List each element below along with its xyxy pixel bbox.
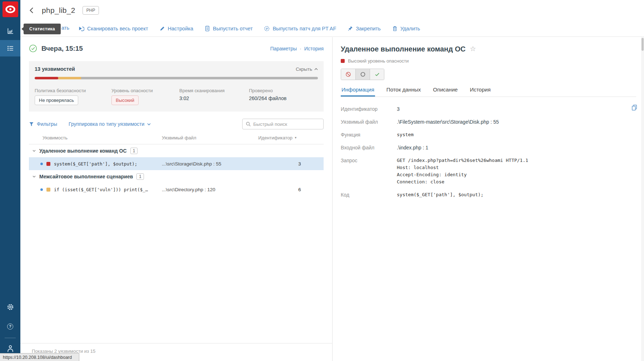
statistics-chart-icon <box>7 28 14 35</box>
reject-button[interactable] <box>341 69 355 80</box>
stat-files-checked: Проверено 260/264 файлов <box>249 88 318 105</box>
field-label: Входной файл <box>341 144 397 151</box>
back-button[interactable] <box>26 5 37 16</box>
scan-whole-project-button[interactable]: Сканировать весь проект <box>79 26 148 31</box>
field-value: 3 <box>397 105 636 113</box>
app-logo[interactable] <box>3 1 18 17</box>
status-url-bar: https://10.20.208.108/ui/dashboard <box>0 353 79 361</box>
sidebar-item-help[interactable]: ? <box>0 318 20 335</box>
field-request: Запрос GET /index.php?path=dir%26set%26w… <box>341 157 636 186</box>
star-favorite-icon[interactable]: ☆ <box>470 45 476 53</box>
chevron-down-icon <box>33 175 36 178</box>
progress-medium-segment <box>58 77 81 79</box>
scan-button-partial[interactable]: ать <box>61 25 69 31</box>
vulnerability-title: Удаленное выполнение команд ОС <box>341 44 465 54</box>
copy-button[interactable] <box>631 104 638 111</box>
policy-status-badge: Не проверялась <box>35 95 78 105</box>
link-separator: · <box>300 46 301 51</box>
funnel-icon <box>29 122 34 127</box>
grouping-label: Группировка по типу уязвимости <box>69 121 144 127</box>
field-label: Код <box>341 191 397 198</box>
severity-medium-icon <box>46 188 50 192</box>
details-panel: Удаленное выполнение команд ОС ☆ Высокий… <box>333 37 644 361</box>
tab-description[interactable]: Описание <box>432 86 458 97</box>
sidebar-item-scan-results[interactable] <box>0 40 20 56</box>
stat-label: Проверено <box>249 88 318 93</box>
toolbar-item-label: Удалить <box>400 26 420 31</box>
group-count-badge: 1 <box>136 173 144 180</box>
field-value: system <box>397 131 636 138</box>
chevron-down-icon <box>33 150 36 152</box>
files-checked-value: 260/264 файлов <box>249 95 318 101</box>
scan-summary-card: 13 уязвимостей Скрыть Политика безопасно… <box>29 61 324 112</box>
hide-summary-button[interactable]: Скрыть <box>296 66 318 72</box>
scrollbar-track[interactable] <box>641 37 644 361</box>
statistics-tooltip: Статистика <box>24 24 61 34</box>
history-link[interactable]: История <box>304 46 324 51</box>
group-count-badge: 1 <box>130 148 138 154</box>
question-icon: ? <box>7 323 13 330</box>
stat-scan-time: Время сканирования 3:02 <box>179 88 249 105</box>
tab-data-flow[interactable]: Поток данных <box>386 86 422 97</box>
sidebar-item-statistics[interactable] <box>0 23 20 39</box>
column-identifier-sort[interactable]: Идентификатор ▼ <box>258 135 324 140</box>
prohibition-icon <box>345 71 351 77</box>
toolbar-item-label: Закрепить <box>356 26 380 31</box>
toolbar-item-label: Сканировать весь проект <box>87 26 148 31</box>
severity-text: Высокий уровень опасности <box>348 58 409 64</box>
unconfirmed-button[interactable] <box>355 69 370 80</box>
confirm-button[interactable] <box>370 69 384 80</box>
parameters-link[interactable]: Параметры <box>270 46 297 51</box>
vulnerable-code: system($_GET['path'], $output); <box>54 161 137 167</box>
triage-button-group <box>341 69 384 80</box>
filters-button[interactable]: Фильтры <box>29 121 57 127</box>
field-identifier: Идентификатор 3 <box>341 105 636 113</box>
toolbar-item-label: Выпустить патч для PT AF <box>273 26 336 31</box>
vulnerable-file: ...\src\Storage\Disk.php : 55 <box>162 161 258 167</box>
sidebar-divider <box>5 338 16 338</box>
vulnerability-id: 3 <box>258 161 324 167</box>
group-row-rce[interactable]: Удаленное выполнение команд ОС 1 <box>29 144 324 157</box>
generate-patch-button[interactable]: Выпустить патч для PT AF <box>264 26 336 31</box>
sidebar-item-settings[interactable] <box>0 299 20 315</box>
column-file: Уязвимый файл <box>162 135 258 140</box>
circle-icon <box>360 71 366 77</box>
chevron-up-icon <box>314 68 318 70</box>
grouping-dropdown[interactable]: Группировка по типу уязвимости <box>69 121 151 127</box>
field-label: Запрос <box>341 157 397 186</box>
tab-information[interactable]: Информация <box>341 86 375 97</box>
configure-button[interactable]: Настройка <box>160 26 193 31</box>
gear-icon <box>6 303 14 311</box>
pin-button[interactable]: Закрепить <box>348 26 380 31</box>
scan-time-value: 3:02 <box>179 95 249 101</box>
severity-progress-bar <box>35 77 318 79</box>
stat-label: Уровень опасности <box>111 88 179 93</box>
vulnerability-row-xss[interactable]: if (isset($_GET['vuln'])) print($_… ...\… <box>29 183 324 196</box>
filters-label: Фильтры <box>37 121 57 127</box>
details-tabs: Информация Поток данных Описание История <box>341 86 636 97</box>
toolbar-item-label: Настройка <box>168 26 193 31</box>
eye-logo-icon <box>5 5 16 14</box>
vulnerability-row-rce[interactable]: system($_GET['path'], $output); ...\src\… <box>29 157 324 170</box>
group-row-xss[interactable]: Межсайтовое выполнение сценариев 1 <box>29 170 324 183</box>
field-label: Идентификатор <box>341 105 397 113</box>
stat-label: Политика безопасности <box>35 88 111 93</box>
new-marker-dot <box>40 163 43 165</box>
vulnerable-file: ...\src\Directory.php : 120 <box>162 187 258 192</box>
field-entry-file: Входной файл .\index.php : 1 <box>341 144 636 151</box>
patch-icon <box>264 26 270 31</box>
scan-panel: Вчера, 15:15 Параметры · История 13 уязв… <box>20 37 333 361</box>
pin-icon <box>348 26 353 31</box>
generate-report-button[interactable]: Выпустить отчет <box>205 26 253 31</box>
toolbar: ать Сканировать весь проект Настройка Вы… <box>20 20 644 37</box>
sidebar: ? <box>0 0 20 361</box>
delete-button[interactable]: Удалить <box>392 26 420 31</box>
field-vulnerable-file: Уязвимый файл .\FileSystem-master\src\St… <box>341 118 636 125</box>
search-input[interactable] <box>253 122 320 127</box>
table-header: Уязвимость Уязвимый файл Идентификатор ▼ <box>29 135 324 144</box>
sort-desc-icon: ▼ <box>294 136 297 139</box>
scrollbar-thumb[interactable] <box>641 38 644 51</box>
copy-icon <box>631 104 638 111</box>
stat-severity-level: Уровень опасности Высокий <box>111 88 179 105</box>
tab-history[interactable]: История <box>469 86 491 97</box>
